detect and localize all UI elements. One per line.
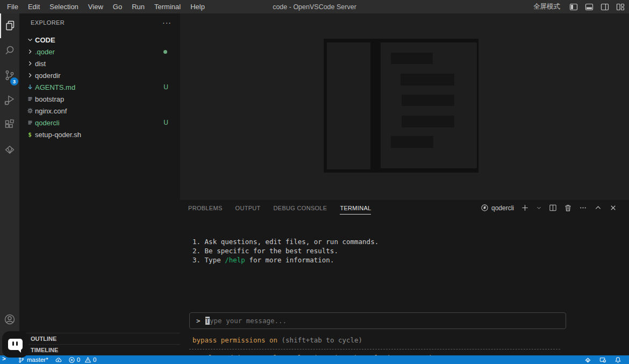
file-label: qodercli [35,119,60,127]
tree-root-code[interactable]: CODE [19,34,180,46]
input-placeholder: ype your message... [210,317,287,325]
extensions-icon[interactable] [0,112,19,137]
chat-assistant-widget[interactable] [2,331,28,358]
file-label: qoderdir [35,72,61,80]
tree-item-nginx-conf[interactable]: nginx.conf [19,105,180,117]
new-terminal-icon[interactable] [521,204,529,212]
toggle-panel-icon[interactable] [585,3,594,11]
gear-icon [26,107,34,115]
terminal-profile[interactable]: qodercli [481,204,514,212]
explorer-icon[interactable] [0,13,19,38]
activity-bar: 3 [0,13,19,355]
menu-file[interactable]: File [2,0,23,13]
source-control-icon[interactable]: 3 [0,63,19,88]
terminal-intro-lines: 1. Ask questions, edit files, or run com… [192,237,378,265]
chat-bubble-icon [8,339,23,350]
graphic-right-panel [381,42,477,168]
editor-graphic-frame [324,39,478,173]
graphic-bar [402,116,454,127]
menu-run[interactable]: Run [127,0,149,13]
explorer-title: EXPLORER [31,19,65,26]
timeline-section-header[interactable]: TIMELINE [19,344,180,355]
tree-item-qodercli[interactable]: qodercli U [19,117,180,129]
tree-item-agents-md[interactable]: AGENTS.md U [19,81,180,93]
file-lines-icon [26,119,34,126]
file-label: .qoder [35,48,55,56]
fullscreen-mode-label: 全屏模式 [533,2,560,11]
tab-debug-console[interactable]: DEBUG CONSOLE [274,201,327,215]
file-label: bootstrap [35,95,64,103]
help-command: /help [225,256,245,264]
panel-more-actions-icon[interactable] [579,204,587,212]
bell-icon[interactable] [614,356,621,363]
tab-problems[interactable]: PROBLEMS [188,201,223,215]
menu-go[interactable]: Go [108,0,127,13]
explorer-header: EXPLORER ··· [19,13,180,32]
toggle-secondary-sidebar-icon[interactable] [601,3,609,11]
graphic-left-panel [327,42,370,169]
file-label: dist [35,60,46,68]
vscode-window: File Edit Selection View Go Run Terminal… [0,0,629,364]
errors-icon [68,356,75,363]
search-icon[interactable] [0,38,19,63]
panel-header: PROBLEMS OUTPUT DEBUG CONSOLE TERMINAL q… [180,199,629,216]
timeline-label: TIMELINE [31,347,58,353]
modified-dot-badge [163,50,167,54]
intro-line-2: 2. Be specific for the best results. [192,247,338,255]
menu-edit[interactable]: Edit [23,0,45,13]
menu-terminal[interactable]: Terminal [149,0,185,13]
git-status-badge: U [163,119,168,126]
graphic-bar [391,136,433,148]
source-control-badge: 3 [10,77,18,85]
warning-count: 0 [93,356,96,363]
intro-line-1: 1. Ask questions, edit files, or run com… [192,238,378,246]
terminal-profile-icon [481,204,489,212]
kill-terminal-trash-icon[interactable] [564,204,572,212]
cycle-hint-label: (shift+tab to cycle) [277,336,362,344]
panel-actions: qodercli [481,204,629,212]
outline-section-header[interactable]: OUTLINE [19,333,180,344]
status-bar: > master* 0 0 [0,355,629,364]
explorer-more-actions-icon[interactable]: ··· [162,18,171,27]
file-label: setup-qoder.sh [35,131,81,139]
customize-layout-icon[interactable] [616,3,625,11]
file-label: nginx.conf [35,107,67,115]
git-branch-item[interactable]: master* [18,356,62,363]
close-panel-icon[interactable] [609,204,617,212]
split-terminal-icon[interactable] [549,204,557,212]
dashed-separator [189,349,560,349]
tab-output[interactable]: OUTPUT [235,201,261,215]
graphic-bar [401,74,454,85]
tree-item-dist-folder[interactable]: dist [19,58,180,69]
chevron-right-icon [26,60,34,67]
tree-item-bootstrap[interactable]: bootstrap [19,93,180,105]
feedback-icon[interactable] [599,356,606,363]
title-bar: File Edit Selection View Go Run Terminal… [0,0,629,13]
intro-line-3: 3. Type /help for more information. [192,256,334,264]
bypass-permissions-label: bypass permissions on [192,336,277,344]
menu-view[interactable]: View [83,0,108,13]
shell-script-icon: $ [28,131,32,138]
tree-item-setup-qoder-sh[interactable]: $ setup-qoder.sh [19,129,180,140]
message-input[interactable]: > T ype your message... [189,312,566,329]
menu-bar: File Edit Selection View Go Run Terminal… [0,0,210,13]
file-label: AGENTS.md [35,83,75,91]
terminal-dropdown-icon[interactable] [536,204,542,212]
titlebar-controls: 全屏模式 [533,0,625,13]
toggle-sidebar-icon[interactable] [569,3,578,11]
qoder-extension-icon[interactable] [0,137,19,162]
cloud-sync-icon [55,356,62,363]
tab-terminal[interactable]: TERMINAL [340,201,371,215]
account-icon[interactable] [0,307,19,332]
menu-selection[interactable]: Selection [45,0,83,13]
bottom-panel: PROBLEMS OUTPUT DEBUG CONSOLE TERMINAL q… [180,199,629,355]
maximize-panel-icon[interactable] [594,204,602,212]
problems-indicator[interactable]: 0 0 [68,356,97,363]
tree-item-qoderdir-folder[interactable]: qoderdir [19,69,180,81]
git-status-badge: U [163,83,168,91]
qoder-status-icon[interactable] [584,356,591,363]
run-debug-icon[interactable] [0,88,19,112]
chevron-right-icon [26,48,34,55]
menu-help[interactable]: Help [185,0,210,13]
tree-item-qoder-folder[interactable]: .qoder [19,46,180,58]
